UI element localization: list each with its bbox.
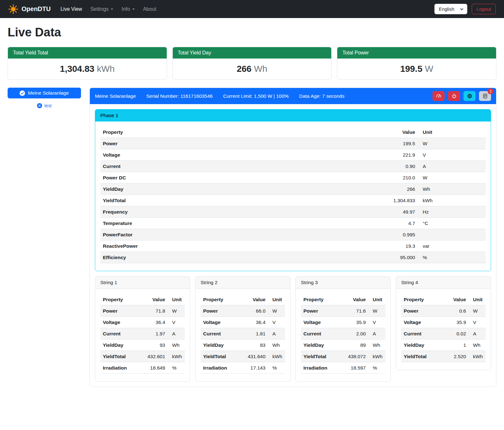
journal-list-icon [482, 93, 488, 99]
language-select[interactable]: English [434, 4, 467, 14]
value-cell: 210.0 [383, 172, 418, 184]
unit-cell: kWh [268, 351, 285, 362]
unit-cell: kWh [368, 351, 385, 362]
value-header: Value [445, 294, 469, 305]
phase-card-title: Phase 1 [95, 109, 491, 122]
table-row: PowerFactor0.995 [100, 229, 486, 240]
inverter-item-test[interactable]: test [8, 103, 81, 108]
limit-settings-button[interactable] [432, 91, 445, 101]
property-cell: YieldDay [201, 340, 245, 351]
table-row: Irradiation17.143% [201, 362, 285, 374]
nav-info[interactable]: Info [117, 4, 139, 15]
nav-live-view[interactable]: Live View [56, 4, 86, 15]
summary-card-value-row: 266Wh [173, 59, 332, 79]
table-row: Irradiation18.649% [100, 362, 185, 374]
unit-cell: V [268, 317, 285, 328]
unit-cell: A [418, 161, 486, 172]
unit-header: Unit [469, 294, 486, 305]
summary-card-title: Total Yield Day [173, 47, 332, 59]
phase-table: Property Value Unit Power199.5WVoltage22… [100, 127, 486, 263]
device-info-button[interactable] [464, 91, 476, 101]
table-row: Voltage221.9V [100, 149, 486, 161]
chevron-down-icon [111, 9, 113, 10]
summary-card-title: Total Power [337, 47, 496, 59]
value-cell: 1 [445, 340, 469, 351]
table-row: Temperature4.7°C [100, 218, 486, 229]
summary-value: 1,304.83 [60, 64, 94, 74]
string-card-title: String 3 [296, 277, 390, 289]
nav-settings-label: Settings [90, 6, 109, 12]
table-row: Voltage36.4V [100, 317, 185, 328]
summary-cards: Total Yield Total 1,304.83kWh Total Yiel… [8, 47, 496, 80]
unit-cell: A [268, 328, 285, 340]
brand[interactable]: OpenDTU [8, 4, 51, 14]
property-cell: Current [100, 161, 383, 172]
nav-about[interactable]: About [139, 4, 160, 15]
unit-cell: W [418, 138, 486, 149]
unit-cell: % [418, 252, 486, 263]
property-cell: YieldDay [100, 184, 383, 195]
inverter-current-limit: Current Limit: 1,500 W | 100% [223, 93, 289, 99]
phase-card: Phase 1 Property Value Unit Power199.5WV… [95, 109, 491, 271]
inverter-card: Meine Solaranlage Serial Number: 1161716… [90, 88, 496, 387]
phase-table-body: Power199.5WVoltage221.9VCurrent0.90APowe… [100, 138, 486, 263]
property-cell: Power [201, 305, 245, 317]
value-cell: 431.640 [245, 351, 268, 362]
unit-cell: kWh [168, 351, 185, 362]
summary-unit: Wh [254, 64, 267, 74]
table-row: Current0.90A [100, 161, 486, 172]
inverter-name: Meine Solaranlage [95, 93, 136, 99]
property-cell: YieldTotal [401, 351, 445, 362]
property-cell: YieldDay [100, 340, 144, 351]
string-card-title: String 1 [95, 277, 190, 289]
property-cell: Current [401, 328, 445, 340]
inverter-select-button[interactable]: Meine Solaranlage [8, 88, 81, 98]
property-cell: Current [100, 328, 144, 340]
unit-cell: V [168, 317, 185, 328]
string-table-head: Property Value Unit [401, 294, 486, 305]
value-cell: 0.02 [445, 328, 469, 340]
table-header-row: Property Value Unit [100, 127, 486, 138]
value-cell: 199.5 [383, 138, 418, 149]
unit-cell: Hz [418, 206, 486, 218]
value-cell: 2.520 [445, 351, 469, 362]
table-row: Frequency49.97Hz [100, 206, 486, 218]
value-cell: 18.649 [144, 362, 168, 374]
string-table: Property Value Unit Power66.0WVoltage36.… [201, 294, 285, 374]
unit-header: Unit [168, 294, 185, 305]
property-cell: Efficiency [100, 252, 383, 263]
unit-cell: % [268, 362, 285, 374]
value-cell: 17.143 [245, 362, 268, 374]
unit-cell: % [168, 362, 185, 374]
unit-header: Unit [368, 294, 385, 305]
value-cell: 0.6 [445, 305, 469, 317]
table-row: Power66.0W [201, 305, 285, 317]
summary-card-title: Total Yield Total [8, 47, 167, 59]
string-card-1: String 1 Property Value Unit [95, 276, 190, 382]
value-cell: 266 [383, 184, 418, 195]
table-header-row: Property Value Unit [201, 294, 285, 305]
power-button[interactable] [448, 91, 460, 101]
string-table: Property Value Unit Power0.6WVoltage35.9… [401, 294, 486, 362]
event-log-button[interactable]: 2 [479, 91, 491, 101]
nav-info-label: Info [121, 6, 130, 12]
logout-button[interactable]: Logout [472, 4, 496, 14]
property-cell: Irradiation [201, 362, 245, 374]
strings-row: String 1 Property Value Unit [95, 276, 491, 382]
nav-settings[interactable]: Settings [86, 4, 117, 15]
value-header: Value [144, 294, 168, 305]
property-cell: Current [201, 328, 245, 340]
value-cell: 71.6 [345, 305, 368, 317]
property-cell: YieldTotal [301, 351, 345, 362]
string-card-body: Property Value Unit Power66.0WVoltage36.… [196, 289, 290, 381]
cpu-chip-icon [467, 93, 472, 99]
unit-cell: kWh [469, 351, 486, 362]
value-cell: 35.9 [345, 317, 368, 328]
table-row: ReactivePower19.3var [100, 240, 486, 252]
chevron-down-icon [132, 9, 135, 10]
table-row: YieldTotal1,304.833kWh [100, 195, 486, 206]
property-cell: Voltage [100, 149, 383, 161]
string-table: Property Value Unit Power71.8WVoltage36.… [100, 294, 185, 374]
property-cell: Voltage [201, 317, 245, 328]
property-cell: YieldDay [401, 340, 445, 351]
